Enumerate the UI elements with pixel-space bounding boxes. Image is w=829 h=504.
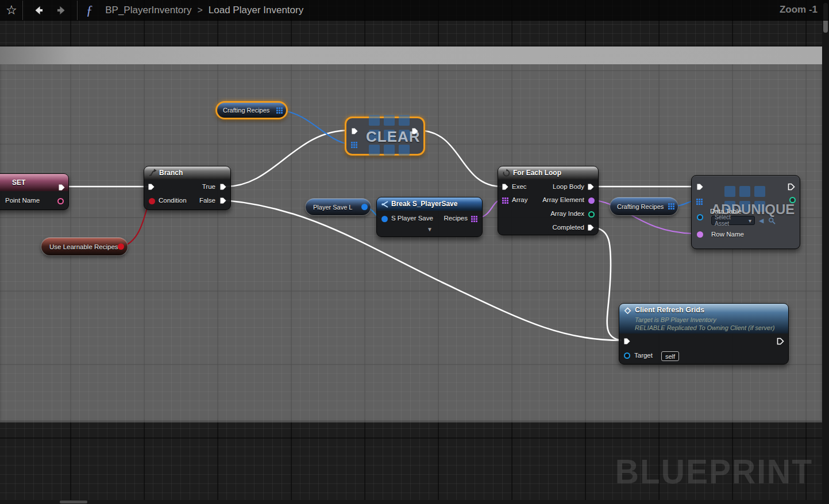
client-refresh-exec-out-pin[interactable] <box>777 338 784 345</box>
zoom-indicator: Zoom -1 <box>780 4 818 15</box>
branch-false-pin[interactable] <box>219 197 227 204</box>
horizontal-scrollbar-thumb[interactable] <box>60 501 87 503</box>
branch-condition-pin[interactable] <box>149 198 155 204</box>
s-player-save-label: S Player Save <box>391 215 433 222</box>
branch-false-label: False <box>199 197 215 204</box>
array-element-label: Array Element <box>542 196 584 203</box>
loop-body-pin[interactable] <box>587 183 595 191</box>
dropdown-caret-icon: ▾ <box>749 218 751 224</box>
branch-node-header <box>144 166 230 180</box>
clear-array-node[interactable]: CLEAR <box>345 117 425 156</box>
self-label: self <box>665 353 675 360</box>
foreach-node-title: For Each Loop <box>513 169 561 177</box>
addunique-array-pin[interactable] <box>696 199 703 205</box>
wire-exec-completed-to-clientrefresh[interactable] <box>593 227 622 340</box>
array-index-pin[interactable] <box>588 211 595 218</box>
horizontal-scrollbar[interactable] <box>0 500 822 504</box>
select-asset-dropdown[interactable]: Select Asset ▾ <box>711 216 755 225</box>
use-learnable-recipes-output-pin[interactable] <box>118 243 124 250</box>
vertical-scrollbar[interactable] <box>822 0 829 504</box>
set-point-name-node[interactable]: SET Point Name <box>0 173 69 210</box>
use-learnable-recipes-variable-node[interactable]: Use Learnable Recipes <box>41 238 128 255</box>
crafting-recipes-top-label: Crafting Recipes <box>223 107 269 114</box>
set-node-title: SET <box>12 179 25 187</box>
client-refresh-grids-node[interactable]: ◇ Client Refresh Grids Target is BP Play… <box>619 303 789 365</box>
foreach-exec-label: Exec <box>512 183 527 190</box>
breadcrumb-root[interactable]: BP_PlayerInventory <box>105 5 191 16</box>
client-refresh-exec-in-pin[interactable] <box>623 338 631 345</box>
completed-pin[interactable] <box>587 224 595 231</box>
toolbar-divider <box>77 1 78 20</box>
branch-true-pin[interactable] <box>219 183 227 191</box>
clear-exec-out-pin[interactable] <box>411 127 419 135</box>
data-table-pin[interactable] <box>697 214 703 220</box>
favorite-star-icon[interactable]: ☆ <box>6 4 17 17</box>
use-learnable-recipes-label: Use Learnable Recipes <box>49 243 118 250</box>
s-player-save-pin[interactable] <box>381 216 388 222</box>
wire-exec-branch-true-to-clear[interactable] <box>225 130 349 187</box>
crafting-recipes-right-array-pin[interactable] <box>668 203 674 210</box>
array-index-label: Array Index <box>550 210 584 217</box>
branch-node[interactable]: Branch True Condition False <box>144 166 231 210</box>
crafting-recipes-variable-node-right[interactable]: Crafting Recipes <box>610 197 678 215</box>
add-unique-node[interactable]: ADDUNIQUE Data Table Select Asset ▾ ◀ Ro… <box>691 175 800 249</box>
foreach-exec-in-pin[interactable] <box>502 183 509 191</box>
client-refresh-title: Client Refresh Grids <box>635 306 704 314</box>
branch-icon <box>148 169 157 177</box>
function-icon: ƒ <box>86 3 93 18</box>
array-element-pin[interactable] <box>588 197 595 204</box>
branch-true-label: True <box>202 183 215 190</box>
player-save-variable-node[interactable]: Player Save L <box>306 199 371 215</box>
wire-exec-clear-to-foreach[interactable] <box>418 130 502 187</box>
recipes-array-pin[interactable] <box>471 216 477 222</box>
clear-target-array-pin[interactable] <box>351 142 357 148</box>
client-refresh-desc-1: Target is BP Player Inventory <box>635 316 716 323</box>
browse-asset-icon[interactable] <box>768 217 776 224</box>
completed-label: Completed <box>552 224 584 231</box>
break-expand-arrow-icon[interactable]: ▼ <box>427 226 433 232</box>
crafting-recipes-variable-node-top[interactable]: Crafting Recipes <box>215 101 288 119</box>
forward-button[interactable] <box>53 3 68 18</box>
recipes-label: Recipes <box>444 215 468 222</box>
toolbar-divider <box>22 1 23 20</box>
break-splayersave-node[interactable]: Break S_PlayerSave S Player Save Recipes… <box>376 197 483 237</box>
foreach-array-pin[interactable] <box>502 197 508 204</box>
addunique-exec-out-pin[interactable] <box>788 183 795 191</box>
select-asset-label: Select Asset <box>715 214 746 227</box>
crafting-recipes-top-array-pin[interactable] <box>276 107 283 114</box>
branch-condition-label: Condition <box>159 197 187 204</box>
graph-toolbar: ☆ ƒ BP_PlayerInventory > Load Player Inv… <box>0 0 829 21</box>
back-arrow-icon <box>33 4 45 17</box>
player-save-label: Player Save L <box>313 204 352 211</box>
player-save-output-pin[interactable] <box>361 204 368 210</box>
row-name-label: Row Name <box>711 231 744 238</box>
target-label: Target <box>634 352 653 359</box>
loop-icon <box>502 169 511 177</box>
break-node-title: Break S_PlayerSave <box>391 200 457 208</box>
blueprint-graph-canvas[interactable]: BLUEPRINT SET Point Name Use Learnable R… <box>0 0 829 504</box>
breadcrumb-current[interactable]: Load Player Inventory <box>209 5 303 16</box>
addunique-return-pin[interactable] <box>789 197 796 203</box>
client-refresh-desc-2: RELIABLE Replicated To Owning Client (if… <box>635 324 775 331</box>
break-struct-icon <box>381 200 389 208</box>
back-button[interactable] <box>32 3 47 18</box>
set-pin-label: Point Name <box>5 197 40 204</box>
forward-arrow-icon <box>55 4 67 17</box>
foreach-array-label: Array <box>512 196 527 203</box>
target-pin[interactable] <box>624 352 630 359</box>
branch-node-title: Branch <box>159 169 183 177</box>
event-diamond-icon: ◇ <box>624 305 631 315</box>
branch-exec-in-pin[interactable] <box>148 183 155 191</box>
exec-out-pin-icon[interactable] <box>58 184 65 191</box>
breadcrumb-chevron-icon: > <box>197 5 202 15</box>
target-self-value[interactable]: self <box>661 351 679 361</box>
clear-exec-in-pin[interactable] <box>351 127 358 135</box>
use-selected-asset-icon[interactable]: ◀ <box>759 217 764 224</box>
for-each-loop-node[interactable]: For Each Loop Exec Loop Body Array Array… <box>498 166 599 235</box>
addunique-exec-in-pin[interactable] <box>696 183 704 191</box>
crafting-recipes-right-label: Crafting Recipes <box>617 203 664 210</box>
loop-body-label: Loop Body <box>553 183 584 190</box>
row-name-pin[interactable] <box>697 231 703 238</box>
point-name-pin[interactable] <box>57 198 64 204</box>
